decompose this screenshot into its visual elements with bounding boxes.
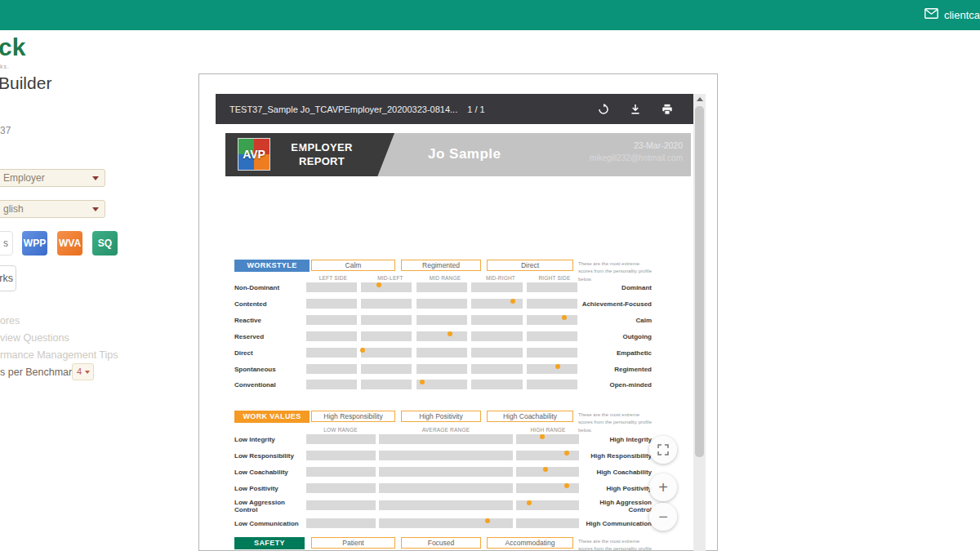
score-marker [564, 451, 569, 455]
row-label-right: Outgoing [581, 333, 652, 340]
person-name: Jo Sample [428, 146, 501, 162]
score-bar [306, 299, 579, 309]
row-label-left: Conventional [234, 381, 305, 389]
pdf-toolbar: TEST37_Sample Jo_TCAVPEmployer_20200323-… [216, 94, 693, 124]
score-bar [306, 483, 579, 493]
trait-box: High Positivity [401, 411, 481, 422]
score-marker [448, 331, 452, 336]
row-label-right: High Communication [581, 520, 652, 527]
chevron-down-icon [85, 371, 90, 374]
score-row: Spontaneous Regimented [234, 364, 652, 375]
score-row: Low Aggression Control High Aggression C… [234, 500, 652, 511]
score-row: Low Coachability High Coachability [234, 467, 652, 478]
row-label-left: Low Integrity [234, 436, 305, 443]
safety-section-header: SAFETY [234, 537, 305, 549]
print-icon [662, 104, 673, 115]
row-label-right: Achievement-Focused [581, 300, 652, 308]
score-marker [540, 434, 545, 439]
top-navbar: clientca [0, 0, 980, 30]
rotate-button[interactable] [598, 104, 609, 115]
column-header: HIGH RANGE [515, 427, 581, 433]
score-bar [306, 518, 579, 528]
option-performance-management-tips: rmance Management Tips [0, 349, 118, 361]
arrow-up-icon [697, 97, 703, 101]
trait-box: Accommodating [487, 537, 573, 549]
badge-wpp[interactable]: WPP [22, 231, 47, 256]
score-bar [306, 315, 579, 325]
pdf-scrollbar[interactable] [693, 94, 706, 551]
chevron-down-icon [92, 176, 99, 180]
client-care-link[interactable]: clientca [924, 8, 980, 21]
report-header-dark-band: AVP EMPLOYER REPORT [225, 133, 394, 176]
score-bar [306, 434, 579, 444]
pdf-filename: TEST37_Sample Jo_TCAVPEmployer_20200323-… [229, 104, 457, 114]
language-select[interactable]: glish [0, 200, 105, 218]
download-icon [630, 104, 641, 115]
score-bar [306, 451, 579, 460]
rotate-icon [598, 104, 609, 115]
score-row: Low Integrity High Integrity [234, 434, 652, 445]
score-marker [562, 315, 567, 320]
badge-sq[interactable]: SQ [92, 231, 118, 256]
benchmarks-button[interactable]: rks [0, 265, 16, 291]
row-label-left: Direct [234, 349, 305, 357]
text-cursor [296, 139, 302, 150]
report-type-select[interactable]: Employer [0, 169, 105, 187]
score-bar [306, 364, 579, 374]
row-label-right: High Coachability [581, 469, 652, 476]
extreme-note: These are the most extreme scores from t… [578, 260, 653, 283]
download-button[interactable] [630, 104, 641, 115]
score-row: Conventional Open-minded [234, 380, 652, 390]
scrollbar-thumb[interactable] [695, 106, 704, 457]
score-row: Low Communication High Communication [234, 518, 652, 529]
row-label-right: High Positivity [581, 485, 652, 492]
row-label-right: High Integrity [581, 436, 652, 443]
row-label-right: Dominant [581, 284, 652, 291]
score-row: Direct Empathetic [234, 348, 652, 358]
avp-logo-text: AVP [238, 139, 270, 170]
zoom-in-button[interactable]: + [649, 473, 677, 501]
row-label-left: Low Responsibility [234, 452, 305, 460]
scroll-up-button[interactable] [693, 94, 706, 104]
chevron-down-icon [92, 207, 99, 211]
trait-box: Patient [311, 537, 395, 549]
trait-box: Regimented [401, 260, 481, 271]
zoom-out-button[interactable]: − [649, 503, 677, 531]
score-bar [306, 331, 579, 341]
row-label-right: Open-minded [581, 381, 652, 389]
score-bar [306, 380, 579, 389]
report-meta: 23-Mar-2020 mikegill232@hotmail.com [590, 140, 683, 162]
report-email: mikegill232@hotmail.com [590, 153, 683, 162]
column-header: AVERAGE RANGE [413, 427, 479, 433]
mail-icon [924, 8, 938, 21]
row-label-left: Non-Dominant [234, 284, 305, 291]
fit-to-page-icon [657, 443, 670, 456]
report-title-line2: REPORT [281, 155, 363, 169]
badge-wva[interactable]: WVA [57, 231, 82, 256]
badge-partial[interactable]: s [0, 231, 13, 256]
row-label-left: Low Coachability [234, 469, 305, 476]
score-bar [306, 500, 579, 510]
score-marker [485, 518, 490, 523]
row-label-right: High Responsibility [581, 452, 652, 460]
row-label-right: Regimented [581, 366, 652, 373]
report-date: 23-Mar-2020 [590, 140, 683, 150]
print-button[interactable] [662, 104, 673, 115]
fit-to-page-button[interactable] [649, 436, 677, 464]
row-label-left: Low Aggression Control [234, 499, 305, 513]
row-label-left: Reactive [234, 317, 305, 324]
row-label-left: Low Positivity [234, 485, 305, 492]
language-value: glish [3, 203, 24, 215]
questions-per-benchmark-select[interactable]: 4 [72, 363, 94, 380]
score-marker [510, 299, 515, 304]
row-label-right: Empathetic [581, 349, 652, 357]
row-label-right: Calm [581, 317, 652, 324]
page-title: Builder [0, 73, 51, 93]
column-header: LOW RANGE [308, 427, 373, 433]
trait-box: High Responsibility [311, 411, 395, 422]
report-type-value: Employer [3, 172, 45, 184]
questions-per-benchmark-value: 4 [77, 367, 82, 376]
score-row: Low Responsibility High Responsibility [234, 451, 652, 461]
score-row: Reactive Calm [234, 315, 652, 326]
score-marker [527, 500, 532, 505]
